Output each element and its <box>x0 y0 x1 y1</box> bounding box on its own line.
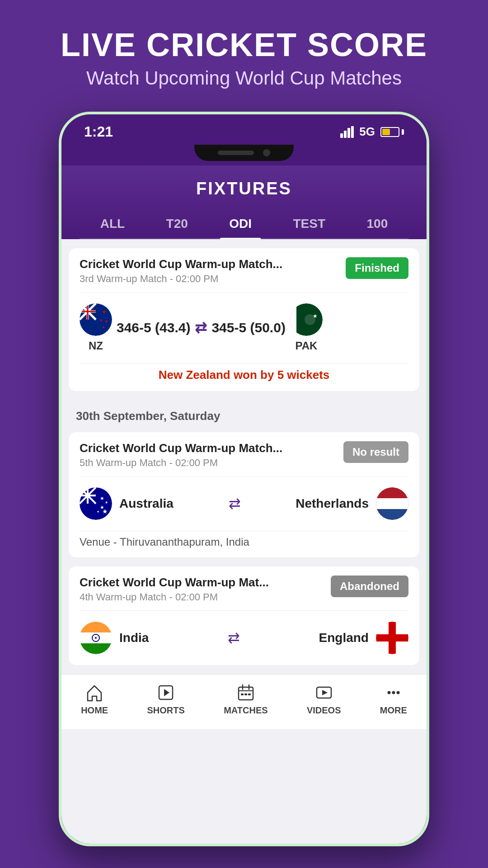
svg-rect-16 <box>290 303 296 336</box>
network-label: 5G <box>359 125 375 139</box>
team-nz-name: NZ <box>89 340 103 352</box>
match-subtitle-2: 5th Warm-up Match - 02:00 PM <box>80 457 282 469</box>
app-title: FIXTURES <box>80 179 408 198</box>
page-background: LIVE CRICKET SCORE Watch Upcoming World … <box>0 0 488 868</box>
page-header: LIVE CRICKET SCORE Watch Upcoming World … <box>0 0 488 103</box>
status-badge-1: Finished <box>346 257 408 279</box>
status-badge-2: No result <box>343 441 408 463</box>
flag-pak: ★ <box>290 303 323 336</box>
match-title-section-2: Cricket World Cup Warm-up Match... 5th W… <box>80 441 282 469</box>
match-title-1: Cricket World Cup Warm-up Match... <box>80 257 282 271</box>
svg-text:★: ★ <box>313 313 318 319</box>
svg-rect-2 <box>347 128 350 138</box>
result-text-1: New Zealand won by 5 wickets <box>69 363 419 391</box>
match-card-2[interactable]: Cricket World Cup Warm-up Match... 5th W… <box>69 432 419 557</box>
team-pak-name: PAK <box>295 340 317 352</box>
svg-rect-55 <box>248 693 251 695</box>
svg-rect-0 <box>340 133 343 138</box>
team-ned-name: Netherlands <box>296 496 369 511</box>
matches-icon <box>237 684 255 702</box>
team-netherlands: Netherlands <box>296 487 408 520</box>
status-time: 1:21 <box>84 123 113 140</box>
svg-rect-53 <box>241 693 244 695</box>
nav-matches[interactable]: MATCHES <box>224 684 267 716</box>
flag-nz: ★ ★ ★ ★ <box>80 303 112 336</box>
svg-text:★: ★ <box>102 309 106 314</box>
nav-videos[interactable]: VIDEOS <box>307 684 341 716</box>
team-row-2: ★ ★ ★ ★ ★ Australia ⇄ Netherla <box>69 476 419 531</box>
svg-text:★: ★ <box>102 508 108 515</box>
team-row-3: India ⇄ England <box>69 611 419 665</box>
svg-point-58 <box>387 691 390 694</box>
flag-ned <box>376 487 408 520</box>
match-card-1[interactable]: Cricket World Cup Warm-up Match... 3rd W… <box>69 248 419 391</box>
nav-more-label: MORE <box>380 705 407 716</box>
svg-text:★: ★ <box>105 500 108 505</box>
notch <box>194 145 294 161</box>
phone-frame: 1:21 5G <box>59 112 429 846</box>
date-separator: 30th September, Saturday <box>69 400 419 423</box>
svg-point-60 <box>396 691 399 694</box>
svg-rect-1 <box>344 131 347 138</box>
notch-area <box>61 145 427 165</box>
arrows-icon-1: ⇄ <box>195 319 207 336</box>
tab-test[interactable]: TEST <box>284 209 335 238</box>
flag-aus: ★ ★ ★ ★ ★ <box>80 487 112 520</box>
match-card-3[interactable]: Cricket World Cup Warm-up Mat... 4th War… <box>69 566 419 665</box>
arrows-icon-2: ⇄ <box>229 495 241 512</box>
svg-rect-33 <box>376 487 408 498</box>
match-title-3: Cricket World Cup Warm-up Mat... <box>80 576 269 590</box>
svg-point-59 <box>392 691 395 694</box>
match-header-1: Cricket World Cup Warm-up Match... 3rd W… <box>69 248 419 292</box>
svg-rect-34 <box>376 498 408 509</box>
match-subtitle-3: 4th Warm-up Match - 02:00 PM <box>80 591 269 603</box>
team-india: India <box>80 622 149 654</box>
nav-videos-label: VIDEOS <box>307 705 341 716</box>
team-ind-name: India <box>119 631 149 645</box>
status-bar: 1:21 5G <box>61 114 427 145</box>
match-subtitle-1: 3rd Warm-up Match - 02:00 PM <box>80 273 282 285</box>
tab-odi[interactable]: ODI <box>220 209 261 238</box>
tab-100[interactable]: 100 <box>358 209 397 238</box>
more-icon <box>385 684 403 702</box>
arrows-icon-3: ⇄ <box>228 629 240 646</box>
match-title-section-3: Cricket World Cup Warm-up Mat... 4th War… <box>80 576 269 603</box>
team-australia: ★ ★ ★ ★ ★ Australia <box>80 487 174 520</box>
shorts-icon <box>157 684 175 702</box>
svg-text:★: ★ <box>99 318 103 322</box>
svg-rect-40 <box>80 643 112 654</box>
nav-shorts[interactable]: SHORTS <box>147 684 184 716</box>
svg-rect-38 <box>80 622 112 632</box>
nav-more[interactable]: MORE <box>380 684 407 716</box>
tab-t20[interactable]: T20 <box>157 209 197 238</box>
svg-marker-57 <box>322 690 328 695</box>
match-header-2: Cricket World Cup Warm-up Match... 5th W… <box>69 432 419 476</box>
nav-home[interactable]: HOME <box>81 684 108 716</box>
notch-pill <box>218 151 254 155</box>
svg-text:★: ★ <box>102 326 105 329</box>
tabs-container: ALL T20 ODI TEST 100 <box>80 209 408 239</box>
team-pak: ★ PAK <box>290 303 323 352</box>
videos-icon <box>315 684 333 702</box>
signal-icon <box>340 126 354 138</box>
svg-rect-35 <box>376 509 408 520</box>
nav-home-label: HOME <box>81 705 108 716</box>
tab-all[interactable]: ALL <box>91 209 134 238</box>
svg-rect-46 <box>389 622 396 654</box>
battery-icon <box>380 127 404 137</box>
score-nz: 346-5 (43.4) <box>117 320 190 335</box>
notch-camera <box>263 149 270 156</box>
score-pak: 345-5 (50.0) <box>211 320 285 335</box>
match-list: Cricket World Cup Warm-up Match... 3rd W… <box>61 248 427 665</box>
svg-point-42 <box>95 637 97 639</box>
team-aus-name: Australia <box>119 496 174 511</box>
bottom-nav: HOME SHORTS <box>61 674 427 729</box>
match-title-2: Cricket World Cup Warm-up Match... <box>80 441 282 455</box>
svg-marker-48 <box>164 689 169 696</box>
team-england: England <box>319 622 408 654</box>
team-eng-name: England <box>319 631 369 645</box>
page-title: LIVE CRICKET SCORE <box>27 27 461 63</box>
svg-rect-3 <box>351 126 354 138</box>
match-title-section-1: Cricket World Cup Warm-up Match... 3rd W… <box>80 257 282 285</box>
status-badge-3: Abandoned <box>331 576 408 597</box>
